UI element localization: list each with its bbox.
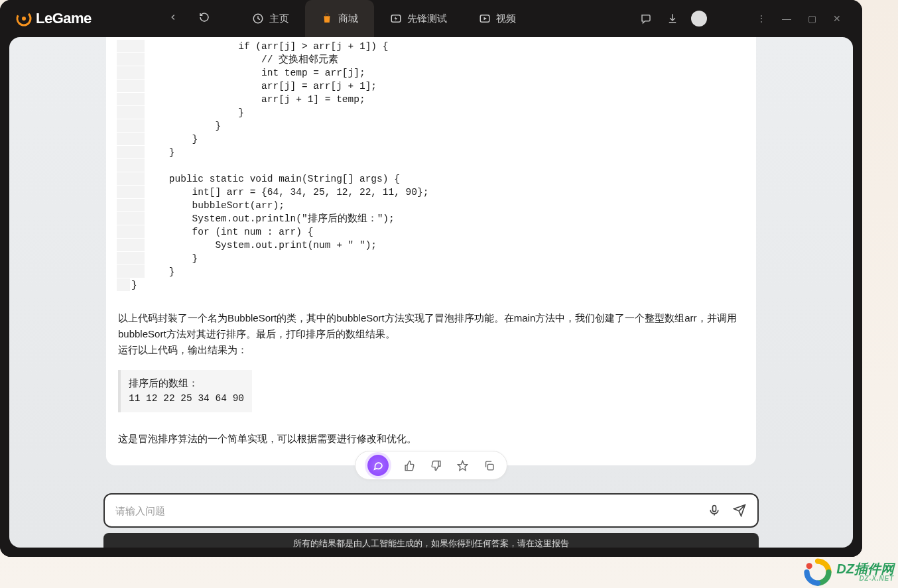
chat-icon[interactable] [367,455,389,476]
nav-controls [158,9,220,28]
refresh-button[interactable] [194,9,215,28]
titlebar: LeGame 主页 商城 [0,0,862,37]
code-line: int temp = arr[j]; [117,66,517,80]
code-gutter [117,146,145,159]
star-icon[interactable] [456,459,468,471]
action-bar [355,451,507,480]
code-text: } [146,119,221,133]
back-button[interactable] [163,10,183,27]
message-icon[interactable] [638,11,654,27]
code-line: } [117,106,517,119]
svg-marker-7 [458,461,467,470]
svg-rect-9 [713,506,716,512]
app-window: LeGame 主页 商城 [0,0,862,557]
watermark-main: DZ插件网 [836,562,894,575]
maximize-button[interactable]: ▢ [805,13,818,24]
code-gutter [117,172,145,186]
code-text: for (int num : arr) { [146,225,313,239]
code-text: } [146,133,198,146]
question-input[interactable] [115,505,707,516]
code-text: } [146,106,244,119]
code-line: bubbleSort(arr); [117,199,517,212]
tab-video[interactable]: 视频 [463,0,532,37]
explain-p3: 这是冒泡排序算法的一个简单实现，可以根据需要进行修改和优化。 [106,412,756,447]
code-gutter [117,133,145,146]
code-line: System.out.print(num + " "); [117,239,517,252]
code-line: if (arr[j] > arr[j + 1]) { [117,40,517,53]
lightning-icon [390,13,402,25]
avatar[interactable] [691,11,707,27]
logo-icon [16,11,32,27]
code-gutter [117,119,145,133]
content-page: if (arr[j] > arr[j + 1]) { // 交换相邻元素 int… [9,37,853,548]
output-line1: 排序后的数组： [129,377,244,391]
code-gutter [117,225,145,239]
code-line: } [117,278,517,292]
code-line: } [117,146,517,159]
nav-tabs: 主页 商城 先锋测试 视频 [236,0,532,37]
code-line: arr[j] = arr[j + 1]; [117,80,517,93]
thumbs-down-icon[interactable] [430,459,442,471]
microphone-icon[interactable] [707,503,722,518]
code-gutter [117,212,145,225]
tab-home[interactable]: 主页 [236,0,305,37]
code-block: if (arr[j] > arr[j + 1]) { // 交换相邻元素 int… [117,37,517,292]
svg-point-1 [22,17,26,21]
code-line: for (int num : arr) { [117,225,517,239]
code-gutter [117,93,145,106]
footer-bar[interactable]: 所有的结果都是由人工智能生成的，如果你得到任何答案，请在这里报告 [103,533,759,548]
code-line: } [117,265,517,278]
code-text [146,159,169,172]
input-icons [707,503,747,518]
tab-label: 先锋测试 [407,13,447,25]
code-line [117,159,517,172]
svg-marker-4 [395,17,398,21]
logo-area[interactable]: LeGame [5,10,158,27]
svg-point-10 [806,563,812,569]
code-text: } [146,146,175,159]
code-text: } [146,252,198,265]
minimize-button[interactable]: — [780,13,793,24]
tab-label: 视频 [496,13,516,25]
explain-p1: 以上代码封装了一个名为BubbleSort的类，其中的bubbleSort方法实… [118,310,744,342]
code-gutter [117,53,145,66]
code-text: arr[j + 1] = temp; [146,93,365,106]
code-line: } [117,133,517,146]
thumbs-up-icon[interactable] [403,459,415,471]
tab-label: 主页 [269,13,289,25]
explain-p2: 运行以上代码，输出结果为： [118,342,744,358]
code-line: // 交换相邻元素 [117,53,517,66]
tab-store[interactable]: 商城 [305,0,374,37]
code-text: int[] arr = {64, 34, 25, 12, 22, 11, 90}… [146,186,428,199]
code-line: } [117,119,517,133]
code-line: System.out.println("排序后的数组："); [117,212,517,225]
code-gutter [117,252,145,265]
code-text: } [146,265,175,278]
home-icon [252,13,264,25]
code-gutter [117,80,145,93]
code-gutter [117,239,145,252]
code-gutter [117,186,145,199]
svg-marker-6 [484,17,487,21]
code-gutter [117,159,145,172]
code-line: public static void main(String[] args) { [117,172,517,186]
code-gutter [117,40,145,53]
watermark: DZ插件网 DZ-X.NET [803,558,894,587]
chat-body: if (arr[j] > arr[j + 1]) { // 交换相邻元素 int… [9,37,853,548]
send-icon[interactable] [732,503,747,518]
watermark-icon [803,558,832,587]
tab-beta[interactable]: 先锋测试 [374,0,463,37]
titlebar-right: ⋮ — ▢ ✕ [638,11,857,27]
code-text: int temp = arr[j]; [146,66,365,80]
window-controls: ⋮ — ▢ ✕ [747,13,852,24]
download-icon[interactable] [665,11,680,27]
copy-icon[interactable] [483,459,495,471]
input-bar [103,493,759,528]
code-text: // 交换相邻元素 [146,53,338,66]
svg-rect-8 [487,464,493,470]
more-button[interactable]: ⋮ [755,13,768,24]
video-icon [479,13,491,25]
code-text: System.out.print(num + " "); [146,239,377,252]
explain-text: 以上代码封装了一个名为BubbleSort的类，其中的bubbleSort方法实… [106,292,756,358]
close-button[interactable]: ✕ [830,13,844,24]
